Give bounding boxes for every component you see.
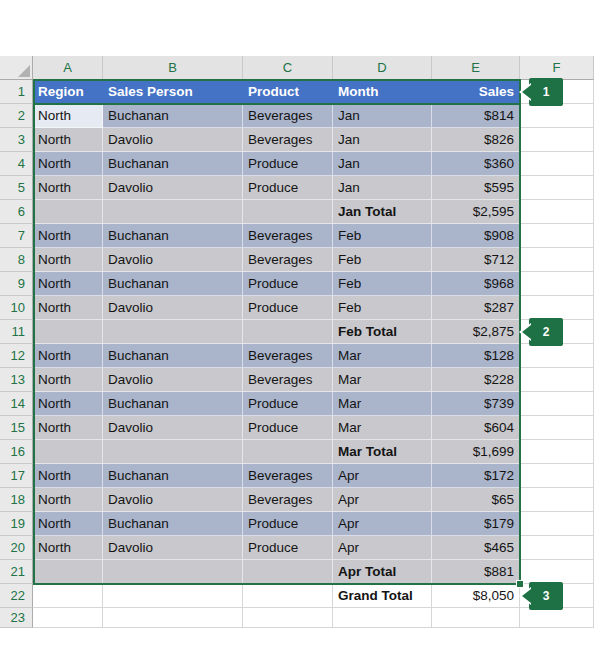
cell-B22[interactable] <box>103 584 243 608</box>
row-header-6[interactable]: 6 <box>0 200 33 224</box>
cell-A17[interactable]: North <box>33 464 103 488</box>
cell-A7[interactable]: North <box>33 224 103 248</box>
cell-D23[interactable] <box>333 608 432 628</box>
cell-F16[interactable] <box>520 440 594 464</box>
cell-D8[interactable]: Feb <box>333 248 432 272</box>
cell-E7[interactable]: $908 <box>432 224 520 248</box>
cell-C10[interactable]: Produce <box>243 296 333 320</box>
row-header-21[interactable]: 21 <box>0 560 33 584</box>
cell-A1[interactable]: Region <box>33 80 103 104</box>
cell-C20[interactable]: Produce <box>243 536 333 560</box>
cell-B18[interactable]: Davolio <box>103 488 243 512</box>
cell-F6[interactable] <box>520 200 594 224</box>
cell-E9[interactable]: $968 <box>432 272 520 296</box>
select-all-corner[interactable] <box>0 56 33 80</box>
row-header-23[interactable]: 23 <box>0 608 33 628</box>
cell-A8[interactable]: North <box>33 248 103 272</box>
cell-E11[interactable]: $2,875 <box>432 320 520 344</box>
cell-B8[interactable]: Davolio <box>103 248 243 272</box>
row-header-2[interactable]: 2 <box>0 104 33 128</box>
cell-A21[interactable] <box>33 560 103 584</box>
column-header-F[interactable]: F <box>520 56 594 80</box>
cell-A14[interactable]: North <box>33 392 103 416</box>
row-header-14[interactable]: 14 <box>0 392 33 416</box>
cell-F19[interactable] <box>520 512 594 536</box>
cell-D3[interactable]: Jan <box>333 128 432 152</box>
cell-C6[interactable] <box>243 200 333 224</box>
cell-A15[interactable]: North <box>33 416 103 440</box>
cell-B3[interactable]: Davolio <box>103 128 243 152</box>
cell-F12[interactable] <box>520 344 594 368</box>
cell-F17[interactable] <box>520 464 594 488</box>
cell-F20[interactable] <box>520 536 594 560</box>
cell-A23[interactable] <box>33 608 103 628</box>
cell-F5[interactable] <box>520 176 594 200</box>
cell-C3[interactable]: Beverages <box>243 128 333 152</box>
cell-C15[interactable]: Produce <box>243 416 333 440</box>
cell-C23[interactable] <box>243 608 333 628</box>
cell-C13[interactable]: Beverages <box>243 368 333 392</box>
cell-F2[interactable] <box>520 104 594 128</box>
cell-D17[interactable]: Apr <box>333 464 432 488</box>
row-header-7[interactable]: 7 <box>0 224 33 248</box>
column-header-C[interactable]: C <box>243 56 333 80</box>
cell-E14[interactable]: $739 <box>432 392 520 416</box>
cell-D1[interactable]: Month <box>333 80 432 104</box>
cell-C17[interactable]: Beverages <box>243 464 333 488</box>
cell-D18[interactable]: Apr <box>333 488 432 512</box>
row-header-4[interactable]: 4 <box>0 152 33 176</box>
cell-F4[interactable] <box>520 152 594 176</box>
cell-C7[interactable]: Beverages <box>243 224 333 248</box>
cell-E5[interactable]: $595 <box>432 176 520 200</box>
cell-E10[interactable]: $287 <box>432 296 520 320</box>
cell-B10[interactable]: Davolio <box>103 296 243 320</box>
cell-E23[interactable] <box>432 608 520 628</box>
cell-B23[interactable] <box>103 608 243 628</box>
cell-E17[interactable]: $172 <box>432 464 520 488</box>
row-header-22[interactable]: 22 <box>0 584 33 608</box>
cell-B15[interactable]: Davolio <box>103 416 243 440</box>
row-header-11[interactable]: 11 <box>0 320 33 344</box>
row-header-15[interactable]: 15 <box>0 416 33 440</box>
cell-E22[interactable]: $8,050 <box>432 584 520 608</box>
cell-C18[interactable]: Beverages <box>243 488 333 512</box>
row-header-19[interactable]: 19 <box>0 512 33 536</box>
row-header-16[interactable]: 16 <box>0 440 33 464</box>
cell-F23[interactable] <box>520 608 594 628</box>
column-header-A[interactable]: A <box>33 56 103 80</box>
cell-E13[interactable]: $228 <box>432 368 520 392</box>
cell-A9[interactable]: North <box>33 272 103 296</box>
cell-C1[interactable]: Product <box>243 80 333 104</box>
cell-F3[interactable] <box>520 128 594 152</box>
cell-B1[interactable]: Sales Person <box>103 80 243 104</box>
cell-A22[interactable] <box>33 584 103 608</box>
cell-C19[interactable]: Produce <box>243 512 333 536</box>
cell-B19[interactable]: Buchanan <box>103 512 243 536</box>
cell-C14[interactable]: Produce <box>243 392 333 416</box>
cell-E8[interactable]: $712 <box>432 248 520 272</box>
cell-F10[interactable] <box>520 296 594 320</box>
cell-B13[interactable]: Davolio <box>103 368 243 392</box>
row-header-12[interactable]: 12 <box>0 344 33 368</box>
cell-F7[interactable] <box>520 224 594 248</box>
row-header-8[interactable]: 8 <box>0 248 33 272</box>
row-header-9[interactable]: 9 <box>0 272 33 296</box>
column-header-D[interactable]: D <box>333 56 432 80</box>
cell-D7[interactable]: Feb <box>333 224 432 248</box>
cell-A19[interactable]: North <box>33 512 103 536</box>
cell-F18[interactable] <box>520 488 594 512</box>
cell-B11[interactable] <box>103 320 243 344</box>
cell-C2[interactable]: Beverages <box>243 104 333 128</box>
cell-B9[interactable]: Buchanan <box>103 272 243 296</box>
cell-C21[interactable] <box>243 560 333 584</box>
cell-F15[interactable] <box>520 416 594 440</box>
cell-C12[interactable]: Beverages <box>243 344 333 368</box>
cell-D21[interactable]: Apr Total <box>333 560 432 584</box>
cell-E21[interactable]: $881 <box>432 560 520 584</box>
cell-B20[interactable]: Davolio <box>103 536 243 560</box>
cell-D14[interactable]: Mar <box>333 392 432 416</box>
cell-A16[interactable] <box>33 440 103 464</box>
row-header-17[interactable]: 17 <box>0 464 33 488</box>
cell-A3[interactable]: North <box>33 128 103 152</box>
cell-D16[interactable]: Mar Total <box>333 440 432 464</box>
